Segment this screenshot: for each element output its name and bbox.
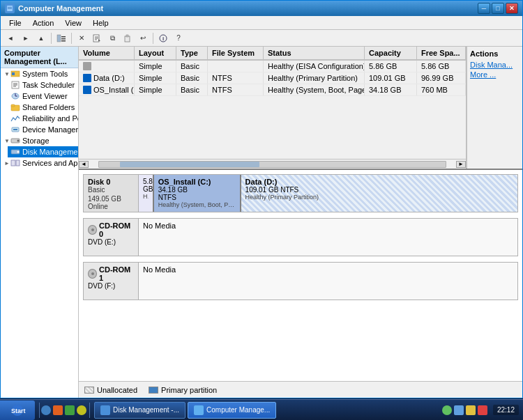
sidebar-item-task-scheduler[interactable]: Task Scheduler (8, 79, 78, 91)
sidebar-item-event-viewer[interactable]: Event Viewer (8, 91, 78, 102)
cdrom-icon-row-1: CD-ROM 1 (88, 265, 134, 282)
td-freespace-0: 5.86 GB (417, 61, 466, 72)
properties-button[interactable]: i (156, 31, 170, 45)
sidebar-item-shared-folders[interactable]: Shared Folders (8, 102, 78, 113)
label-event-viewer: Event Viewer (22, 92, 68, 100)
table-row[interactable]: Simple Basic Healthy (EISA Configuration… (79, 61, 466, 72)
export-button[interactable] (90, 31, 104, 45)
td-freespace-2: 760 MB (417, 84, 466, 95)
table-row[interactable]: Data (D:) Simple Basic NTFS Healthy (Pri… (79, 72, 466, 84)
help-button[interactable]: ? (172, 31, 185, 45)
table-body: Simple Basic Healthy (EISA Configuration… (79, 61, 466, 159)
taskbar-item-disk-mgmt[interactable]: Disk Management -... (94, 402, 185, 419)
sidebar-item-reliability[interactable]: Reliability and Perf... (8, 113, 78, 124)
th-freespace[interactable]: Free Spa... (417, 47, 466, 59)
menu-bar: File Action View Help (1, 16, 522, 30)
svg-point-30 (17, 140, 20, 142)
menu-file[interactable]: File (3, 17, 27, 29)
quick-launch-icon-4[interactable] (77, 405, 86, 415)
show-hide-button[interactable] (54, 31, 68, 45)
svg-rect-2 (8, 8, 12, 9)
disk-partitions-0: 5.86 GB Healthy (EISA Configuration) OS_… (139, 174, 518, 212)
action-link-more[interactable]: More ... (470, 70, 520, 79)
svg-rect-13 (126, 35, 128, 37)
content-area: Computer Management (L... ▼ System Tools… (1, 47, 522, 398)
legend-icon-primary (149, 387, 158, 394)
th-status[interactable]: Status (264, 47, 365, 59)
sidebar-item-services[interactable]: ► Services and Applica... (1, 157, 78, 169)
start-button[interactable]: Start (0, 400, 35, 420)
taskbar-item-icon-0 (100, 405, 110, 415)
delete-button[interactable]: ✕ (75, 31, 89, 45)
close-button[interactable]: ✕ (506, 3, 518, 14)
cdrom-name-1: CD-ROM 1 (99, 265, 134, 282)
cdrom-content-1: No Media (139, 262, 518, 300)
scroll-left-btn[interactable]: ◄ (79, 161, 89, 168)
maximize-button[interactable]: □ (492, 3, 504, 14)
partition-data[interactable]: Data (D:) 109.01 GB NTFS Healthy (Primar… (241, 175, 517, 212)
sidebar-item-disk-management[interactable]: Disk Management (8, 146, 78, 157)
partition-eisa[interactable]: 5.86 GB Healthy (EISA Configuration) (139, 175, 154, 212)
taskbar-item-comp-mgmt[interactable]: Computer Manage... (188, 402, 276, 419)
quick-launch (41, 405, 86, 415)
expand-arrow-storage: ▼ (3, 137, 10, 145)
sidebar-item-storage[interactable]: ▼ Storage (1, 135, 78, 146)
cdrom-row-0: CD-ROM 0 DVD (E:) No Media (83, 218, 518, 256)
main-window: Computer Management ─ □ ✕ File Action Vi… (0, 0, 523, 398)
back-button[interactable] (3, 31, 17, 45)
cdrom-media-0: No Media (143, 221, 176, 230)
th-type[interactable]: Type (176, 47, 208, 59)
minimize-button[interactable]: ─ (478, 3, 490, 14)
sidebar-item-device-manager[interactable]: Device Manager (8, 124, 78, 135)
quick-launch-icon-3[interactable] (65, 405, 75, 415)
scrollbar-track[interactable] (98, 161, 446, 168)
legend-unallocated: Unallocated (84, 386, 137, 394)
up-button[interactable] (34, 31, 48, 45)
scrollbar-thumb[interactable] (120, 162, 259, 167)
th-filesystem[interactable]: File System (208, 47, 264, 59)
svg-rect-4 (61, 36, 66, 38)
copy-button[interactable]: ⧉ (105, 31, 119, 45)
partition-data-name: Data (D:) (245, 178, 513, 186)
cdrom-label-0: CD-ROM 0 DVD (E:) (83, 218, 139, 256)
td-capacity-0: 5.86 GB (365, 61, 417, 72)
cdrom-drive-1: DVD (F:) (88, 282, 134, 290)
partition-os-size: 34.18 GB (158, 186, 236, 194)
partition-data-size: 109.01 GB NTFS (245, 186, 513, 194)
undo-button[interactable]: ↩ (136, 31, 150, 45)
partition-os-status: Healthy (System, Boot, Page File, Activ.… (158, 201, 236, 208)
menu-action[interactable]: Action (27, 17, 60, 29)
disk-row-0: Disk 0 Basic 149.05 GB Online 5.86 GB He… (83, 174, 518, 212)
paste-button[interactable] (121, 31, 135, 45)
legend-label-unallocated: Unallocated (97, 386, 137, 394)
disk-name-0: Disk 0 (88, 178, 134, 186)
volume-icon-0 (83, 62, 91, 70)
partition-os[interactable]: OS_Install (C:) 34.18 GB NTFS Healthy (S… (154, 175, 241, 212)
sidebar-item-system-tools[interactable]: ▼ System Tools (1, 68, 78, 79)
td-status-0: Healthy (EISA Configuration) (264, 61, 365, 72)
svg-rect-34 (16, 160, 20, 166)
th-volume[interactable]: Volume (79, 47, 135, 59)
td-layout-1: Simple (135, 72, 176, 84)
toolbar: ✕ ⧉ ↩ i ? (1, 30, 522, 47)
quick-launch-icon-2[interactable] (53, 405, 63, 415)
table-row[interactable]: OS_Install (C:) Simple Basic NTFS Health… (79, 84, 466, 96)
table-scrollbar[interactable]: ◄ ► (79, 159, 466, 169)
svg-rect-1 (8, 7, 12, 8)
menu-view[interactable]: View (59, 17, 87, 29)
actions-title: Actions (470, 49, 520, 58)
td-freespace-1: 96.99 GB (417, 72, 466, 84)
quick-launch-icon-1[interactable] (41, 405, 51, 415)
window-title: Computer Management (18, 4, 478, 13)
svg-rect-6 (61, 40, 66, 42)
forward-button[interactable] (19, 31, 33, 45)
partition-eisa-status: Healthy (EISA Configuration) (143, 193, 149, 200)
action-link-disk-mgmt[interactable]: Disk Mana... (470, 61, 520, 69)
taskbar-right: 22:12 (438, 405, 523, 415)
th-layout[interactable]: Layout (135, 47, 176, 59)
label-services: Services and Applica... (22, 159, 79, 167)
scroll-right-btn[interactable]: ► (456, 161, 466, 168)
th-capacity[interactable]: Capacity (365, 47, 417, 59)
menu-help[interactable]: Help (87, 17, 114, 29)
td-capacity-2: 34.18 GB (365, 84, 417, 95)
